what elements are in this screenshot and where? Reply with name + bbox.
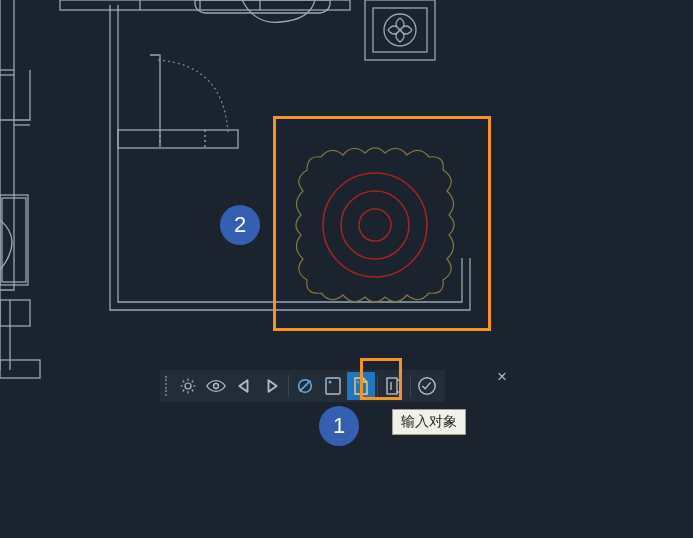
page-side-button[interactable]: [380, 372, 408, 400]
page-a-button[interactable]: [319, 372, 347, 400]
svg-rect-8: [0, 360, 40, 378]
check-circle-icon: [417, 376, 437, 396]
floor-plan-drawing: [0, 0, 693, 538]
document-a-icon: [324, 376, 342, 396]
toolbar-divider: [288, 375, 289, 397]
svg-point-9: [323, 173, 427, 277]
svg-rect-15: [326, 378, 340, 394]
drawing-canvas[interactable]: 2 × 输入对象 1: [0, 0, 693, 538]
svg-rect-18: [387, 378, 397, 394]
toolbar-grip[interactable]: [164, 373, 172, 399]
gear-icon: [179, 377, 197, 395]
document-side-icon: [385, 376, 403, 396]
view-toolbar: [160, 370, 445, 402]
triangle-left-icon: [237, 379, 251, 393]
svg-point-16: [329, 381, 332, 384]
nav-next-button[interactable]: [258, 372, 286, 400]
settings-button[interactable]: [174, 372, 202, 400]
tooltip: 输入对象: [392, 409, 466, 435]
toolbar-close-button[interactable]: ×: [494, 369, 510, 385]
callout-badge-1: 1: [319, 406, 359, 446]
nav-prev-button[interactable]: [230, 372, 258, 400]
close-icon: ×: [497, 370, 507, 384]
tooltip-text: 输入对象: [401, 413, 457, 429]
callout-badge-2-text: 2: [234, 212, 246, 238]
toolbar-divider: [410, 375, 411, 397]
document-corner-icon: [352, 376, 370, 396]
svg-point-17: [357, 381, 360, 384]
toggle-off-button[interactable]: [291, 372, 319, 400]
svg-rect-2: [0, 300, 30, 326]
callout-badge-2: 2: [220, 205, 260, 245]
toolbar-divider: [377, 375, 378, 397]
triangle-right-icon: [265, 379, 279, 393]
svg-point-10: [341, 191, 409, 259]
svg-point-13: [214, 384, 219, 389]
svg-rect-7: [118, 130, 238, 148]
callout-badge-1-text: 1: [333, 413, 345, 439]
confirm-button[interactable]: [413, 372, 441, 400]
input-object-button[interactable]: [347, 372, 375, 400]
eye-icon: [206, 378, 226, 394]
svg-point-11: [359, 209, 391, 241]
circle-slash-icon: [296, 377, 314, 395]
svg-point-12: [185, 383, 191, 389]
visibility-button[interactable]: [202, 372, 230, 400]
svg-rect-3: [60, 0, 350, 10]
